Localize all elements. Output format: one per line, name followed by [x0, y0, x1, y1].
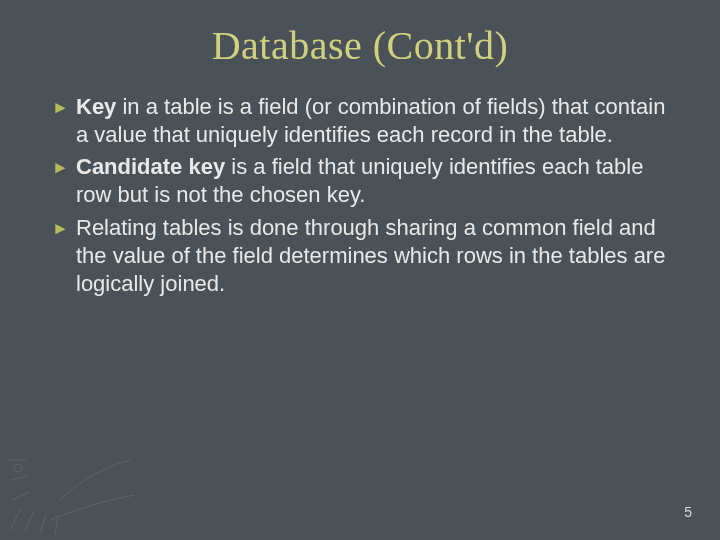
bullet-lead: Candidate key	[76, 154, 225, 179]
triangle-bullet-icon: ►	[52, 159, 69, 176]
triangle-bullet-icon: ►	[52, 220, 69, 237]
slide-body: ► Key in a table is a field (or combinat…	[0, 69, 720, 298]
page-number: 5	[684, 504, 692, 520]
svg-point-0	[14, 464, 22, 472]
bullet-item: ► Candidate key is a field that uniquely…	[52, 153, 668, 209]
bullet-text: Relating tables is done through sharing …	[76, 215, 665, 296]
bullet-item: ► Key in a table is a field (or combinat…	[52, 93, 668, 149]
slide: Database (Cont'd) ► Key in a table is a …	[0, 0, 720, 540]
bullet-lead: Key	[76, 94, 116, 119]
slide-title: Database (Cont'd)	[0, 0, 720, 69]
triangle-bullet-icon: ►	[52, 99, 69, 116]
bullet-item: ► Relating tables is done through sharin…	[52, 214, 668, 298]
decorative-ticks	[0, 400, 140, 540]
bullet-text: in a table is a field (or combination of…	[76, 94, 665, 147]
